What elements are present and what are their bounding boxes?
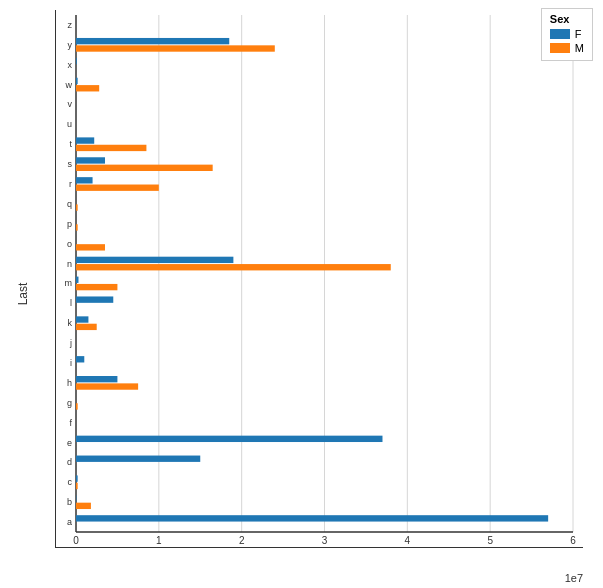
svg-rect-30 [76,157,105,163]
svg-rect-20 [76,58,77,64]
svg-text:n: n [67,259,72,269]
svg-text:b: b [67,497,72,507]
svg-text:v: v [68,99,73,109]
legend-color-f [550,29,570,39]
legend-item-f: F [550,28,584,40]
svg-text:g: g [67,398,72,408]
svg-rect-50 [76,316,88,322]
svg-rect-28 [76,145,146,151]
svg-rect-56 [76,376,117,382]
svg-rect-38 [76,224,78,230]
legend-label-m: M [575,42,584,54]
legend-label-f: F [575,28,582,40]
svg-text:r: r [69,179,72,189]
svg-rect-62 [76,436,382,442]
svg-text:i: i [70,358,72,368]
svg-rect-31 [76,165,213,171]
y-axis-label: Last [16,283,30,306]
svg-rect-34 [76,185,159,191]
chart-svg: 0123456zyxwvutsrqponmlkjihgfedcba [56,10,583,547]
svg-text:s: s [68,159,73,169]
svg-text:4: 4 [405,535,411,546]
svg-rect-36 [76,204,78,210]
svg-rect-40 [76,244,105,250]
legend-title: Sex [550,13,584,25]
svg-rect-57 [76,383,138,389]
svg-rect-64 [76,456,200,462]
svg-text:k: k [68,318,73,328]
svg-rect-66 [76,475,78,481]
svg-rect-51 [76,324,97,330]
svg-text:z: z [68,20,73,30]
svg-text:l: l [70,298,72,308]
svg-rect-70 [76,503,91,509]
svg-text:w: w [65,80,73,90]
chart-area: 0123456zyxwvutsrqponmlkjihgfedcba [55,10,583,548]
svg-rect-46 [76,284,117,290]
svg-text:u: u [67,119,72,129]
svg-text:o: o [67,239,72,249]
svg-text:f: f [69,418,72,428]
svg-text:5: 5 [487,535,493,546]
svg-text:t: t [69,139,72,149]
svg-rect-54 [76,356,84,362]
svg-rect-33 [76,177,93,183]
svg-rect-43 [76,264,391,270]
x-axis-unit-label: 1e7 [565,572,583,584]
svg-rect-67 [76,483,78,489]
svg-rect-27 [76,137,94,143]
svg-text:3: 3 [322,535,328,546]
svg-text:6: 6 [570,535,576,546]
svg-text:d: d [67,457,72,467]
svg-text:y: y [68,40,73,50]
svg-text:q: q [67,199,72,209]
svg-text:c: c [68,477,73,487]
svg-rect-22 [76,78,78,84]
chart-container: Last 0123456zyxwvutsrqponmlkjihgfedcba S… [0,0,603,588]
svg-rect-59 [76,403,78,409]
svg-text:h: h [67,378,72,388]
legend-color-m [550,43,570,53]
svg-rect-18 [76,45,275,51]
svg-text:e: e [67,438,72,448]
svg-rect-72 [76,515,548,521]
svg-rect-45 [76,277,78,283]
legend-item-m: M [550,42,584,54]
svg-text:m: m [65,278,73,288]
svg-text:1: 1 [156,535,162,546]
svg-text:2: 2 [239,535,245,546]
svg-text:j: j [69,338,72,348]
svg-text:a: a [67,517,72,527]
svg-text:0: 0 [73,535,79,546]
legend: Sex F M [541,8,593,61]
svg-text:p: p [67,219,72,229]
svg-rect-48 [76,296,113,302]
svg-rect-23 [76,85,99,91]
svg-rect-17 [76,38,229,44]
svg-rect-42 [76,257,233,263]
svg-text:x: x [68,60,73,70]
